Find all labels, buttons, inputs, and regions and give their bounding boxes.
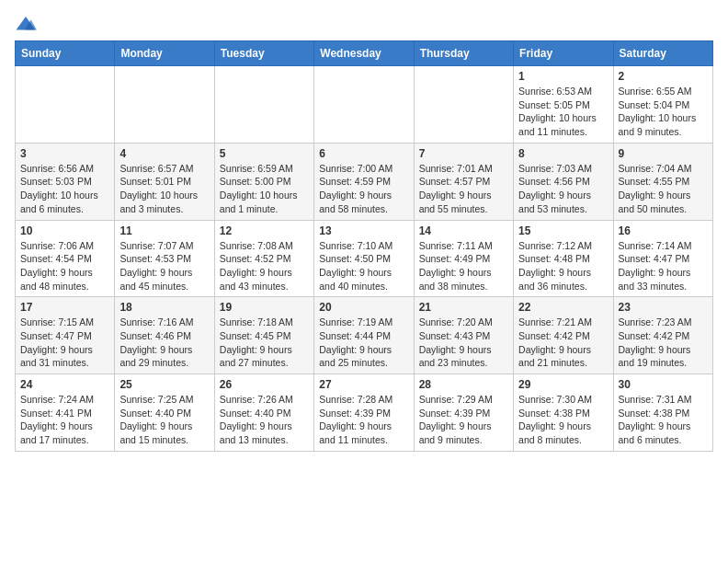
calendar-cell: 16Sunrise: 7:14 AM Sunset: 4:47 PM Dayli…: [613, 220, 712, 297]
day-info: Sunrise: 7:28 AM Sunset: 4:39 PM Dayligh…: [319, 393, 408, 447]
header: [15, 15, 713, 33]
day-info: Sunrise: 7:07 AM Sunset: 4:53 PM Dayligh…: [119, 239, 209, 293]
day-number: 29: [518, 378, 608, 391]
calendar-cell: 26Sunrise: 7:26 AM Sunset: 4:40 PM Dayli…: [214, 374, 313, 452]
calendar-week-3: 10Sunrise: 7:06 AM Sunset: 4:54 PM Dayli…: [16, 220, 713, 297]
logo-icon: [15, 15, 37, 33]
day-info: Sunrise: 7:00 AM Sunset: 4:59 PM Dayligh…: [319, 162, 408, 216]
calendar-cell: 25Sunrise: 7:25 AM Sunset: 4:40 PM Dayli…: [115, 374, 214, 452]
day-number: 30: [619, 378, 708, 391]
weekday-header-tuesday: Tuesday: [214, 41, 313, 66]
day-info: Sunrise: 6:59 AM Sunset: 5:00 PM Dayligh…: [220, 162, 309, 216]
calendar-cell: 8Sunrise: 7:03 AM Sunset: 4:56 PM Daylig…: [514, 143, 613, 220]
weekday-header-monday: Monday: [115, 41, 214, 66]
day-info: Sunrise: 7:12 AM Sunset: 4:48 PM Dayligh…: [518, 239, 608, 293]
day-info: Sunrise: 7:06 AM Sunset: 4:54 PM Dayligh…: [20, 239, 109, 293]
calendar-cell: 30Sunrise: 7:31 AM Sunset: 4:38 PM Dayli…: [613, 374, 712, 452]
calendar-week-2: 3Sunrise: 6:56 AM Sunset: 5:03 PM Daylig…: [16, 143, 713, 220]
day-number: 21: [419, 301, 508, 314]
calendar-cell: 6Sunrise: 7:00 AM Sunset: 4:59 PM Daylig…: [314, 143, 414, 220]
day-info: Sunrise: 7:15 AM Sunset: 4:47 PM Dayligh…: [20, 316, 109, 370]
day-info: Sunrise: 7:16 AM Sunset: 4:46 PM Dayligh…: [119, 316, 209, 370]
calendar-cell: 2Sunrise: 6:55 AM Sunset: 5:04 PM Daylig…: [613, 66, 712, 144]
calendar-cell: 18Sunrise: 7:16 AM Sunset: 4:46 PM Dayli…: [115, 297, 214, 374]
calendar-header: SundayMondayTuesdayWednesdayThursdayFrid…: [16, 41, 713, 66]
day-info: Sunrise: 7:14 AM Sunset: 4:47 PM Dayligh…: [619, 239, 708, 293]
day-info: Sunrise: 7:04 AM Sunset: 4:55 PM Dayligh…: [619, 162, 708, 216]
calendar-cell: [16, 66, 115, 144]
day-info: Sunrise: 7:18 AM Sunset: 4:45 PM Dayligh…: [220, 316, 309, 370]
weekday-header-wednesday: Wednesday: [314, 41, 414, 66]
calendar-cell: 19Sunrise: 7:18 AM Sunset: 4:45 PM Dayli…: [214, 297, 313, 374]
day-number: 27: [319, 378, 408, 391]
day-number: 8: [518, 147, 608, 160]
weekday-header-row: SundayMondayTuesdayWednesdayThursdayFrid…: [16, 41, 713, 66]
calendar-body: 1Sunrise: 6:53 AM Sunset: 5:05 PM Daylig…: [16, 66, 713, 452]
calendar-week-1: 1Sunrise: 6:53 AM Sunset: 5:05 PM Daylig…: [16, 66, 713, 144]
logo: [15, 15, 40, 33]
day-info: Sunrise: 7:25 AM Sunset: 4:40 PM Dayligh…: [119, 393, 209, 447]
day-number: 20: [319, 301, 408, 314]
day-number: 28: [419, 378, 508, 391]
weekday-header-saturday: Saturday: [613, 41, 712, 66]
calendar-cell: 3Sunrise: 6:56 AM Sunset: 5:03 PM Daylig…: [16, 143, 115, 220]
day-number: 7: [419, 147, 508, 160]
calendar-cell: 14Sunrise: 7:11 AM Sunset: 4:49 PM Dayli…: [414, 220, 513, 297]
day-info: Sunrise: 7:03 AM Sunset: 4:56 PM Dayligh…: [518, 162, 608, 216]
day-number: 15: [518, 224, 608, 237]
day-number: 14: [419, 224, 508, 237]
day-number: 10: [20, 224, 109, 237]
calendar-cell: 24Sunrise: 7:24 AM Sunset: 4:41 PM Dayli…: [16, 374, 115, 452]
day-info: Sunrise: 7:23 AM Sunset: 4:42 PM Dayligh…: [619, 316, 708, 370]
calendar-week-5: 24Sunrise: 7:24 AM Sunset: 4:41 PM Dayli…: [16, 374, 713, 452]
calendar-cell: 23Sunrise: 7:23 AM Sunset: 4:42 PM Dayli…: [613, 297, 712, 374]
day-info: Sunrise: 7:10 AM Sunset: 4:50 PM Dayligh…: [319, 239, 408, 293]
day-number: 26: [220, 378, 309, 391]
day-number: 9: [619, 147, 708, 160]
day-info: Sunrise: 7:21 AM Sunset: 4:42 PM Dayligh…: [518, 316, 608, 370]
weekday-header-thursday: Thursday: [414, 41, 513, 66]
day-info: Sunrise: 7:08 AM Sunset: 4:52 PM Dayligh…: [220, 239, 309, 293]
calendar-cell: 27Sunrise: 7:28 AM Sunset: 4:39 PM Dayli…: [314, 374, 414, 452]
calendar-cell: 1Sunrise: 6:53 AM Sunset: 5:05 PM Daylig…: [514, 66, 613, 144]
day-number: 11: [119, 224, 209, 237]
calendar-cell: 17Sunrise: 7:15 AM Sunset: 4:47 PM Dayli…: [16, 297, 115, 374]
day-info: Sunrise: 7:29 AM Sunset: 4:39 PM Dayligh…: [419, 393, 508, 447]
day-info: Sunrise: 7:19 AM Sunset: 4:44 PM Dayligh…: [319, 316, 408, 370]
calendar-cell: 12Sunrise: 7:08 AM Sunset: 4:52 PM Dayli…: [214, 220, 313, 297]
calendar-cell: 22Sunrise: 7:21 AM Sunset: 4:42 PM Dayli…: [514, 297, 613, 374]
calendar-cell: [115, 66, 214, 144]
weekday-header-sunday: Sunday: [16, 41, 115, 66]
day-info: Sunrise: 7:20 AM Sunset: 4:43 PM Dayligh…: [419, 316, 508, 370]
day-info: Sunrise: 7:24 AM Sunset: 4:41 PM Dayligh…: [20, 393, 109, 447]
day-info: Sunrise: 6:56 AM Sunset: 5:03 PM Dayligh…: [20, 162, 109, 216]
day-number: 6: [319, 147, 408, 160]
day-info: Sunrise: 6:53 AM Sunset: 5:05 PM Dayligh…: [518, 85, 608, 139]
calendar-cell: 7Sunrise: 7:01 AM Sunset: 4:57 PM Daylig…: [414, 143, 513, 220]
day-number: 13: [319, 224, 408, 237]
calendar-cell: 11Sunrise: 7:07 AM Sunset: 4:53 PM Dayli…: [115, 220, 214, 297]
day-info: Sunrise: 6:57 AM Sunset: 5:01 PM Dayligh…: [119, 162, 209, 216]
calendar-cell: 15Sunrise: 7:12 AM Sunset: 4:48 PM Dayli…: [514, 220, 613, 297]
day-info: Sunrise: 7:30 AM Sunset: 4:38 PM Dayligh…: [518, 393, 608, 447]
day-number: 2: [619, 70, 708, 83]
day-number: 1: [518, 70, 608, 83]
weekday-header-friday: Friday: [514, 41, 613, 66]
day-number: 18: [119, 301, 209, 314]
day-number: 24: [20, 378, 109, 391]
day-info: Sunrise: 7:11 AM Sunset: 4:49 PM Dayligh…: [419, 239, 508, 293]
calendar-cell: 4Sunrise: 6:57 AM Sunset: 5:01 PM Daylig…: [115, 143, 214, 220]
calendar-week-4: 17Sunrise: 7:15 AM Sunset: 4:47 PM Dayli…: [16, 297, 713, 374]
day-number: 25: [119, 378, 209, 391]
day-info: Sunrise: 7:31 AM Sunset: 4:38 PM Dayligh…: [619, 393, 708, 447]
day-number: 12: [220, 224, 309, 237]
calendar-cell: [314, 66, 414, 144]
day-number: 22: [518, 301, 608, 314]
calendar: SundayMondayTuesdayWednesdayThursdayFrid…: [15, 40, 713, 452]
calendar-cell: 5Sunrise: 6:59 AM Sunset: 5:00 PM Daylig…: [214, 143, 313, 220]
calendar-cell: 13Sunrise: 7:10 AM Sunset: 4:50 PM Dayli…: [314, 220, 414, 297]
day-number: 3: [20, 147, 109, 160]
calendar-cell: 28Sunrise: 7:29 AM Sunset: 4:39 PM Dayli…: [414, 374, 513, 452]
day-info: Sunrise: 6:55 AM Sunset: 5:04 PM Dayligh…: [619, 85, 708, 139]
day-number: 16: [619, 224, 708, 237]
